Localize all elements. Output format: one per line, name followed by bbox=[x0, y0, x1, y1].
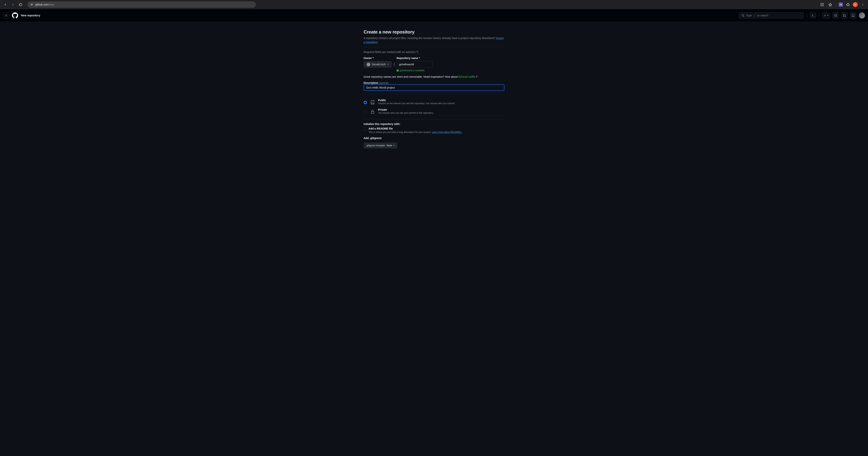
header-divider bbox=[807, 13, 807, 18]
readme-text: Add a README file This is where you can … bbox=[369, 127, 462, 134]
browser-menu-icon[interactable] bbox=[860, 2, 866, 8]
section-divider bbox=[364, 47, 504, 48]
back-button[interactable] bbox=[2, 2, 8, 8]
repo-private-icon bbox=[370, 109, 375, 115]
search-placeholder-post: to search bbox=[757, 14, 768, 17]
app-body: New repository Type / to search Create a… bbox=[0, 9, 868, 456]
owner-label: Owner * bbox=[364, 57, 392, 60]
hamburger-button[interactable] bbox=[3, 12, 9, 19]
init-heading: Initialize this repository with: bbox=[364, 122, 504, 125]
description-label: Description (optional) bbox=[364, 81, 389, 84]
search-icon bbox=[741, 14, 744, 17]
pull-requests-button[interactable] bbox=[841, 12, 847, 19]
repo-name-field: Repository name * gohelloworld is availa… bbox=[397, 57, 433, 72]
svg-rect-0 bbox=[31, 4, 32, 4]
page-title: Create a new repository bbox=[364, 29, 504, 35]
description-field: Description (optional) bbox=[364, 81, 504, 91]
svg-rect-14 bbox=[371, 112, 374, 114]
svg-point-6 bbox=[863, 4, 863, 5]
svg-point-7 bbox=[863, 5, 863, 6]
radio-private[interactable] bbox=[364, 110, 367, 114]
visibility-private-row[interactable]: Private You choose who can see and commi… bbox=[364, 107, 504, 116]
app-header: New repository Type / to search bbox=[0, 9, 868, 22]
install-app-icon[interactable] bbox=[819, 2, 825, 8]
svg-rect-2 bbox=[31, 5, 32, 5]
view-site-info-icon[interactable] bbox=[30, 3, 33, 6]
chevron-down-icon bbox=[827, 15, 829, 16]
check-circle-icon bbox=[397, 69, 399, 72]
gitignore-label: Add .gitignore bbox=[364, 137, 504, 140]
readme-row[interactable]: Add a README file This is where you can … bbox=[364, 127, 504, 134]
chevron-down-icon bbox=[393, 145, 395, 146]
chrome-toolbar-right: JA D bbox=[819, 2, 866, 8]
owner-avatar-icon bbox=[366, 62, 370, 66]
bookmark-icon[interactable] bbox=[827, 2, 833, 8]
visibility-private-text: Private You choose who can see and commi… bbox=[378, 108, 434, 114]
issues-button[interactable] bbox=[833, 12, 839, 19]
visibility-public-row[interactable]: Public Anyone on the internet can see th… bbox=[364, 97, 504, 107]
forward-button[interactable] bbox=[10, 2, 16, 8]
url-bar[interactable]: github.com/new bbox=[27, 1, 256, 8]
repo-name-input[interactable] bbox=[397, 61, 433, 67]
availability-status: gohelloworld is available. bbox=[397, 69, 433, 72]
url-text: github.com/new bbox=[35, 3, 54, 6]
search-shortcut-key: / bbox=[753, 14, 756, 17]
radio-public[interactable] bbox=[364, 101, 367, 104]
search-placeholder-pre: Type bbox=[746, 14, 752, 17]
user-avatar[interactable] bbox=[859, 12, 865, 19]
readme-learn-more-link[interactable]: Learn more about READMEs. bbox=[432, 131, 462, 134]
extension-badge-ja[interactable]: JA bbox=[839, 2, 843, 7]
suggested-name[interactable]: fictional-sniffle bbox=[458, 75, 475, 78]
owner-value: DenekUrich bbox=[372, 63, 386, 66]
browser-profile-avatar[interactable]: D bbox=[853, 2, 858, 7]
create-new-button[interactable] bbox=[822, 12, 830, 19]
name-suggestion-text: Great repository names are short and mem… bbox=[364, 75, 504, 78]
command-palette-button[interactable] bbox=[810, 12, 816, 19]
gitignore-template-select[interactable]: .gitignore template: None bbox=[364, 143, 397, 148]
notifications-button[interactable] bbox=[850, 12, 856, 19]
svg-point-12 bbox=[843, 16, 844, 17]
svg-point-11 bbox=[843, 14, 844, 15]
repo-public-icon bbox=[370, 99, 375, 105]
extensions-icon[interactable] bbox=[845, 2, 851, 8]
svg-point-13 bbox=[845, 16, 845, 17]
main-content: Create a new repository A repository con… bbox=[364, 22, 504, 156]
github-logo-icon[interactable] bbox=[12, 12, 18, 19]
search-input[interactable]: Type / to search bbox=[739, 12, 804, 19]
page-context-title: New repository bbox=[21, 14, 40, 17]
owner-field: Owner * DenekUrich bbox=[364, 57, 392, 67]
required-note: Required fields are marked with an aster… bbox=[364, 51, 504, 54]
readme-checkbox[interactable] bbox=[364, 127, 367, 131]
svg-marker-4 bbox=[829, 3, 832, 6]
page-intro: A repository contains all project files,… bbox=[364, 36, 504, 44]
owner-repo-row: Owner * DenekUrich / Repository name * g… bbox=[364, 57, 504, 72]
chevron-down-icon bbox=[387, 64, 389, 65]
visibility-public-text: Public Anyone on the internet can see th… bbox=[378, 99, 455, 105]
reload-button[interactable] bbox=[18, 2, 24, 8]
section-divider bbox=[364, 94, 504, 94]
svg-point-8 bbox=[742, 14, 744, 16]
repo-name-label: Repository name * bbox=[397, 57, 433, 60]
browser-chrome: github.com/new JA D bbox=[0, 0, 868, 9]
owner-select[interactable]: DenekUrich bbox=[364, 61, 392, 67]
svg-point-5 bbox=[863, 3, 863, 4]
slash-separator: / bbox=[394, 57, 395, 67]
svg-point-10 bbox=[835, 15, 836, 16]
description-input[interactable] bbox=[364, 84, 504, 91]
svg-rect-1 bbox=[32, 4, 33, 4]
